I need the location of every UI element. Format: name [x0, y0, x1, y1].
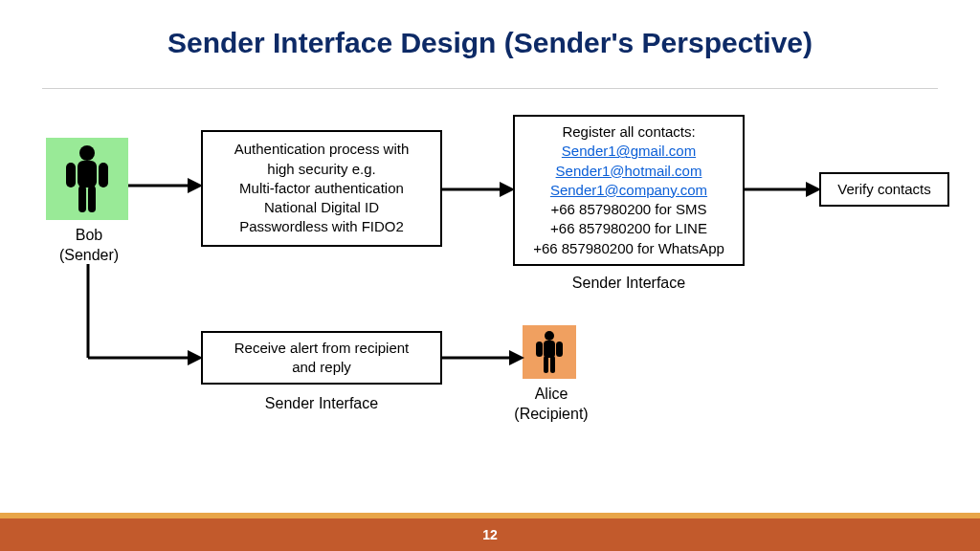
auth-line: Multi-factor authentication — [239, 179, 404, 198]
actor-bob-label: Bob (Sender) — [44, 226, 134, 266]
arrow-bob-to-reply — [84, 264, 205, 369]
svg-rect-1 — [78, 161, 97, 187]
verify-box: Verify contacts — [819, 172, 949, 207]
arrow-register-to-verify — [745, 178, 823, 201]
reply-box: Receive alert from recipient and reply — [201, 331, 442, 385]
reply-line: and reply — [292, 358, 351, 377]
person-icon — [46, 138, 128, 220]
svg-marker-22 — [509, 350, 524, 365]
register-header: Register all contacts: — [562, 122, 695, 142]
svg-marker-17 — [806, 182, 821, 197]
page-number: 12 — [482, 527, 498, 542]
register-box: Register all contacts: Sender1@gmail.com… — [513, 115, 745, 266]
arrow-reply-to-alice — [442, 346, 526, 369]
sender-interface-caption-top: Sender Interface — [513, 274, 745, 294]
contact-email-link[interactable]: Sender1@company.com — [550, 181, 707, 200]
person-icon — [523, 325, 576, 379]
svg-rect-2 — [66, 163, 76, 187]
svg-rect-8 — [536, 342, 543, 357]
svg-point-6 — [545, 331, 554, 341]
actor-bob — [46, 138, 128, 220]
contact-email-link[interactable]: Sender1@hotmail.com — [556, 162, 702, 181]
svg-rect-11 — [550, 356, 555, 373]
svg-rect-7 — [544, 341, 555, 358]
actor-alice-role: (Recipient) — [514, 406, 588, 422]
title-divider — [42, 88, 938, 89]
actor-alice — [523, 325, 576, 379]
svg-rect-9 — [556, 342, 563, 357]
auth-line: National Digital ID — [264, 198, 379, 217]
svg-rect-10 — [544, 356, 548, 373]
actor-bob-role: (Sender) — [59, 247, 119, 263]
slide-title: Sender Interface Design (Sender's Perspe… — [0, 27, 980, 59]
svg-marker-13 — [188, 178, 203, 193]
reply-line: Receive alert from recipient — [234, 339, 410, 358]
actor-alice-label: Alice (Recipient) — [494, 385, 609, 425]
svg-rect-5 — [88, 186, 96, 212]
auth-box: Authentication process with high securit… — [201, 130, 442, 247]
actor-bob-name: Bob — [76, 227, 102, 243]
svg-rect-4 — [78, 186, 86, 212]
contact-phone: +66 857980200 for WhatsApp — [533, 239, 724, 258]
auth-line: Authentication process with — [234, 140, 410, 159]
verify-label: Verify contacts — [837, 180, 931, 199]
contact-phone: +66 857980200 for SMS — [550, 200, 706, 219]
contact-phone: +66 857980200 for LINE — [550, 219, 707, 238]
svg-marker-20 — [188, 350, 203, 365]
arrow-bob-to-auth — [128, 174, 205, 197]
svg-rect-3 — [99, 163, 108, 187]
auth-line: Passwordless with FIDO2 — [239, 217, 404, 236]
svg-marker-15 — [500, 182, 515, 197]
actor-alice-name: Alice — [535, 386, 568, 402]
svg-point-0 — [79, 145, 95, 161]
arrow-auth-to-register — [442, 178, 517, 201]
sender-interface-caption-bottom: Sender Interface — [201, 394, 442, 414]
auth-line: high security e.g. — [267, 160, 375, 179]
contact-email-link[interactable]: Sender1@gmail.com — [562, 142, 696, 161]
slide-footer: 12 — [0, 513, 980, 551]
